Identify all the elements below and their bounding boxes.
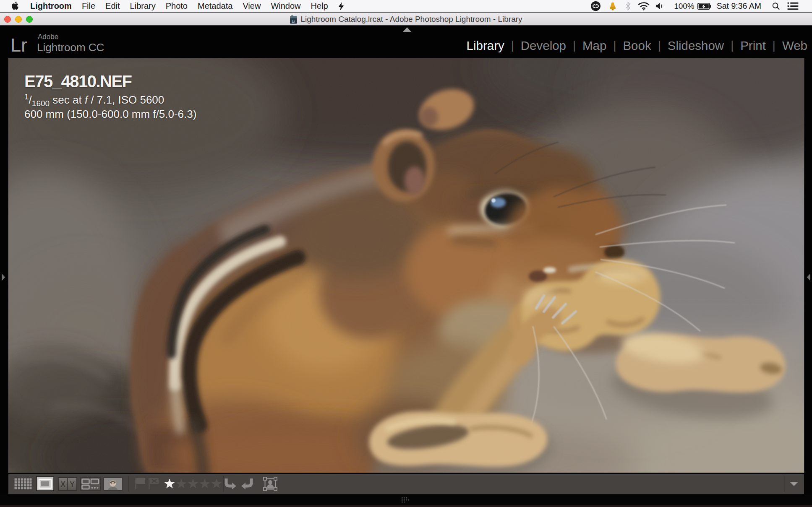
svg-text:Lr: Lr	[292, 19, 295, 23]
svg-text:Y: Y	[70, 480, 75, 489]
svg-text:X: X	[60, 480, 65, 489]
